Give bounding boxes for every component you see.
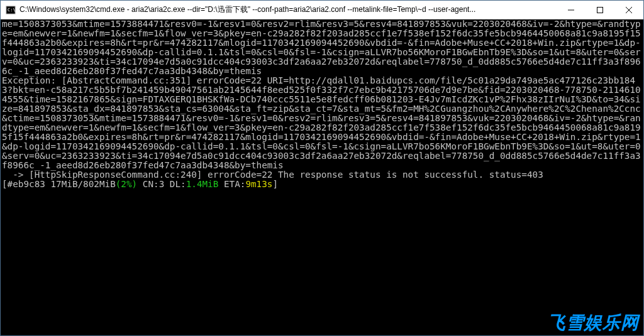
cmd-window: C:\ C:\Windows\system32\cmd.exe - aria2\… [0,0,644,336]
maximize-button[interactable] [586,1,614,19]
svg-rect-3 [597,7,603,13]
close-button[interactable] [614,1,643,19]
status-line: [#eb9c83 17MiB/802MiB(2%) CN:3 DL:1.4MiB… [2,179,278,189]
titlebar[interactable]: C:\ C:\Windows\system32\cmd.exe - aria2\… [1,1,643,19]
console-line: me=1508373053&mtime=1573884471&resv0=-1&… [2,19,641,76]
cmd-icon: C:\ [6,5,16,15]
status-mid: CN:3 DL: [137,179,186,189]
window-title: C:\Windows\system32\cmd.exe - aria2\aria… [19,4,557,15]
status-percent: (2%) [116,179,137,189]
minimize-button[interactable] [557,1,586,19]
console-output[interactable]: me=1508373053&mtime=1573884471&resv0=-1&… [1,19,643,335]
window-controls [557,1,643,19]
status-prefix: [#eb9c83 17MiB/802MiB [2,179,116,189]
console-line: -> [HttpSkipResponseCommand.cc:240] erro… [2,170,543,180]
console-line: Exception: [AbstractCommand.cc:351] erro… [2,75,641,170]
status-eta-label: ETA: [218,179,245,189]
status-suffix: ] [272,179,278,189]
status-dl: 1.4MiB [186,179,219,189]
status-eta: 9m13s [245,179,272,189]
svg-text:C:\: C:\ [8,8,16,13]
